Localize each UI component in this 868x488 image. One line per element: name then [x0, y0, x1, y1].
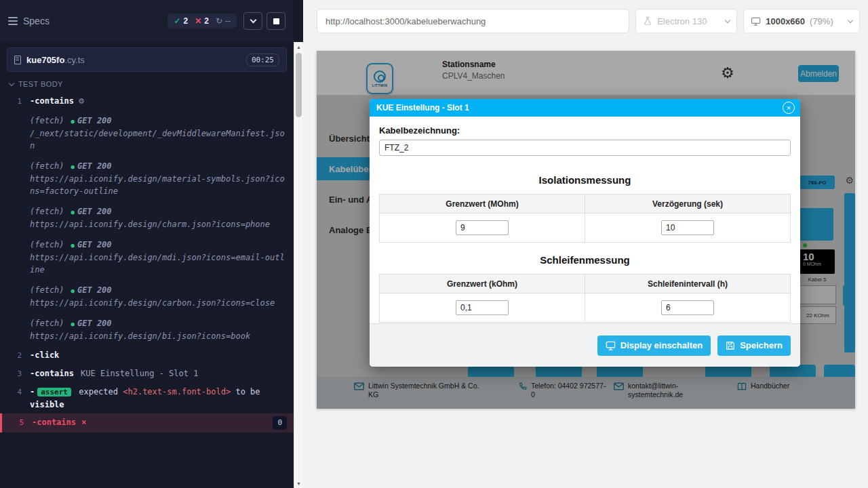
test-step[interactable]: 3 -containsKUE Einstellung - Slot 1: [0, 365, 294, 383]
schleifenmessung-title: Schleifenmessung: [379, 254, 791, 266]
status-dot-icon: ●: [71, 163, 75, 170]
flask-icon: [643, 16, 652, 26]
step-command: -click: [30, 349, 265, 361]
fetch-log: (fetch)●GET 200/_next/static/development…: [30, 115, 285, 152]
test-step[interactable]: 2 -click: [0, 346, 294, 365]
modal-footer: Display einschalten Speichern: [370, 323, 800, 367]
monitor-icon: [606, 341, 616, 350]
display-on-button[interactable]: Display einschalten: [597, 336, 711, 356]
modal-body: Kabelbezeichnung: Isolationsmessung Gren…: [370, 117, 800, 323]
browser-bar: Electron 130 1000x660 (79%): [303, 0, 868, 42]
schleifenmessung-table: Grenzwert (kOhm) Schleifenintervall (h): [379, 274, 791, 323]
pending-count: ↻--: [216, 16, 231, 26]
modal-close-button[interactable]: ×: [783, 102, 795, 114]
check-icon: ✓: [174, 16, 180, 26]
runner-scrollbar[interactable]: ▲ ▼: [294, 42, 303, 488]
retry-count-badge: 0: [273, 416, 287, 430]
status-dot-icon: ●: [71, 287, 75, 294]
fetch-log: (fetch)●GET 200https://api.iconify.desig…: [30, 239, 285, 276]
kabelbezeichnung-input[interactable]: [379, 140, 791, 156]
loop-grenzwert-input[interactable]: [456, 300, 509, 315]
assert-step[interactable]: 4 -assert expected <h2.text-sm.font-bold…: [0, 383, 294, 413]
viewport-size: 1000x660: [766, 16, 805, 26]
spec-file-icon: [14, 56, 21, 64]
stage: Electron 130 1000x660 (79%) Stationsname…: [303, 0, 868, 488]
fetch-log: (fetch)●GET 200https://api.iconify.desig…: [30, 160, 285, 197]
test-body-toggle[interactable]: TEST BODY: [0, 72, 294, 92]
chevron-down-icon: [725, 17, 730, 22]
column-header: Verzögerung (sek): [585, 195, 791, 214]
modal-titlebar: KUE Einstellung - Slot 1 ×: [370, 99, 800, 117]
save-button[interactable]: Speichern: [717, 336, 791, 356]
status-dot-icon: ●: [71, 242, 75, 249]
assert-badge: assert: [37, 388, 71, 396]
test-body-label: TEST BODY: [18, 80, 63, 88]
spec-file-name: kue705fo.cy.ts: [26, 55, 85, 65]
test-stats: ✓2 ✕2 ↻--: [167, 14, 237, 28]
app-under-test: Stationsname CPLV4_Maschen ⚙ Abmelden LI…: [317, 51, 855, 409]
passed-count: ✓2: [174, 16, 188, 26]
isolationsmessung-table: Grenzwert (MOhm) Verzögerung (sek): [379, 194, 791, 243]
cross-icon: ✕: [195, 16, 201, 26]
network-request-row[interactable]: (fetch)●GET 200https://api.iconify.desig…: [0, 201, 294, 235]
scrollbar-thumb[interactable]: [296, 53, 302, 117]
step-command: -contains×: [32, 416, 265, 428]
scroll-up-arrow[interactable]: ▲: [294, 42, 303, 52]
collapse-all-button[interactable]: [243, 12, 262, 30]
iso-grenzwert-input[interactable]: [456, 220, 509, 235]
step-number: 5: [2, 416, 31, 429]
network-request-row[interactable]: (fetch)●GET 200https://api.iconify.desig…: [0, 313, 294, 346]
kue-settings-modal: KUE Einstellung - Slot 1 × Kabelbezeichn…: [370, 99, 800, 367]
command-log: 1 -contains⚙ (fetch)●GET 200/_next/stati…: [0, 92, 294, 432]
column-header: Grenzwert (MOhm): [380, 195, 585, 214]
scroll-down-arrow[interactable]: ▼: [294, 479, 303, 488]
column-header: Grenzwert (kOhm): [380, 274, 585, 293]
fail-x-icon: ×: [81, 418, 86, 427]
chevron-down-icon: [250, 17, 256, 24]
screen-icon: [751, 17, 761, 26]
kabelbezeichnung-label: Kabelbezeichnung:: [379, 125, 791, 136]
viewport-select[interactable]: 1000x660 (79%): [743, 9, 860, 33]
chevron-down-icon: [9, 81, 14, 86]
step-command: -containsKUE Einstellung - Slot 1: [30, 367, 265, 380]
step-command: -contains⚙: [30, 95, 265, 108]
modal-title: KUE Einstellung - Slot 1: [376, 103, 469, 113]
runner-panel: Specs ✓2 ✕2 ↻-- kue705fo.cy.ts: [0, 0, 303, 488]
network-request-row[interactable]: (fetch)●GET 200https://api.iconify.desig…: [0, 280, 294, 313]
runner-header: Specs ✓2 ✕2 ↻--: [0, 0, 294, 42]
specs-menu-icon: [8, 17, 18, 25]
step-number: 2: [0, 349, 28, 362]
chevron-down-icon: [848, 17, 853, 22]
failed-count: ✕2: [195, 16, 209, 26]
loop-intervall-input[interactable]: [661, 300, 714, 315]
options-gear-icon: ⚙: [78, 97, 85, 106]
spec-file-row[interactable]: kue705fo.cy.ts 00:25: [7, 47, 287, 72]
status-dot-icon: ●: [71, 321, 75, 327]
network-request-row[interactable]: (fetch)●GET 200/_next/static/development…: [0, 110, 294, 156]
refresh-icon: ↻: [216, 16, 222, 26]
step-number: 1: [0, 95, 28, 108]
cypress-window: Specs ✓2 ✕2 ↻-- kue705fo.cy.ts: [0, 0, 868, 488]
network-request-row[interactable]: (fetch)●GET 200https://api.iconify.desig…: [0, 156, 294, 201]
url-input[interactable]: [317, 9, 629, 33]
viewport-zoom: (79%): [810, 16, 833, 26]
browser-name: Electron 130: [657, 16, 707, 26]
iso-verzoegerung-input[interactable]: [661, 220, 714, 235]
stop-icon: [273, 18, 279, 24]
failed-step[interactable]: 5 -contains× 0: [0, 413, 294, 432]
stop-button[interactable]: [267, 12, 285, 30]
close-icon: ×: [787, 103, 791, 113]
browser-select[interactable]: Electron 130: [635, 9, 737, 33]
assert-message: -assert expected <h2.text-sm.font-bold> …: [30, 386, 265, 411]
specs-label: Specs: [23, 16, 50, 26]
network-request-row[interactable]: (fetch)●GET 200https://api.iconify.desig…: [0, 235, 294, 280]
status-dot-icon: ●: [71, 118, 75, 125]
spec-duration-badge: 00:25: [246, 54, 279, 66]
fetch-log: (fetch)●GET 200https://api.iconify.desig…: [30, 284, 285, 309]
column-header: Schleifenintervall (h): [585, 274, 791, 293]
step-number: 4: [0, 386, 28, 399]
save-floppy-icon: [726, 341, 735, 350]
step-number: 3: [0, 367, 28, 380]
test-step[interactable]: 1 -contains⚙: [0, 92, 294, 110]
specs-menu-button[interactable]: Specs: [8, 16, 50, 26]
